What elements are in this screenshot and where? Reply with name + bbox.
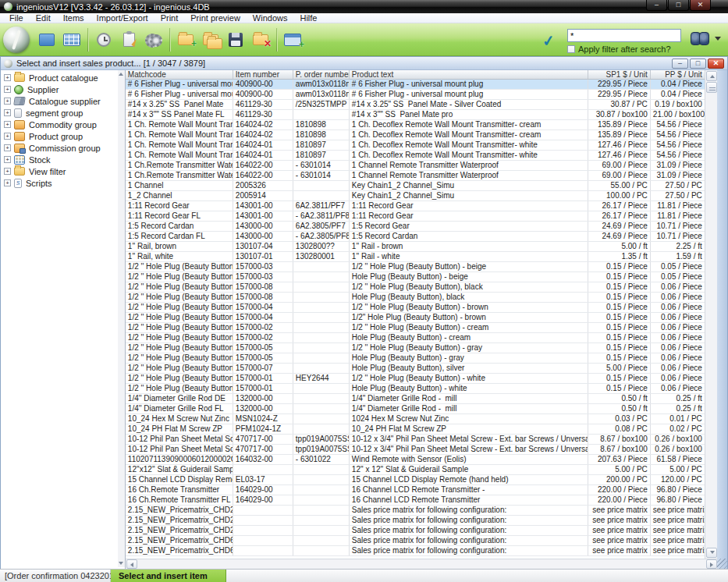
- sidebar-item-product-catalogue[interactable]: +Product catalogue: [1, 72, 125, 83]
- column-header-p-order-number[interactable]: P. order number: [293, 70, 350, 79]
- new-window-button[interactable]: +: [282, 28, 304, 51]
- table-row[interactable]: 15 Channel LCD Display RemoteEL03-1715 C…: [126, 475, 727, 485]
- menu-import-export[interactable]: Import/Export: [91, 13, 154, 23]
- menu-print-preview[interactable]: Print preview: [184, 13, 247, 23]
- table-row[interactable]: 1 Ch. Remote Wall Mount Transmitte164024…: [126, 130, 727, 140]
- history-button[interactable]: [93, 28, 115, 51]
- confirm-check-icon[interactable]: ✓: [542, 31, 556, 51]
- minimize-button[interactable]: –: [646, 0, 667, 11]
- expand-icon[interactable]: +: [4, 156, 11, 163]
- menu-items[interactable]: Items: [57, 13, 91, 23]
- table-row[interactable]: 1/2 '' Hole Plug (Beauty Button), crea15…: [126, 333, 727, 343]
- scroll-left-button[interactable]: [126, 559, 137, 569]
- table-row[interactable]: 1/4'' Diameter Grille Rod DE132000-001/4…: [126, 394, 727, 404]
- apply-filter-checkbox[interactable]: [567, 45, 575, 53]
- column-header-sp1-unit[interactable]: SP1 $ / Unit: [588, 70, 651, 79]
- table-row[interactable]: 1/2 '' Hole Plug (Beauty Button), whit15…: [126, 384, 727, 394]
- table-row[interactable]: 1/2 '' Hole Plug (Beauty Button), blacl1…: [126, 293, 727, 303]
- expand-icon[interactable]: +: [4, 133, 11, 140]
- save-button[interactable]: [225, 28, 247, 51]
- table-row[interactable]: 10-12 Phil Pan Sheet Metal Screw FL47071…: [126, 445, 727, 455]
- menu-hilfe[interactable]: Hilfe: [293, 13, 323, 23]
- child-restore-button[interactable]: □: [690, 59, 706, 69]
- table-row[interactable]: 1/2 '' Hole Plug (Beauty Button), brov15…: [126, 313, 727, 323]
- table-row[interactable]: 1 Channel2005326Key Chain1_2 Channel_Sim…: [126, 181, 727, 191]
- menu-windows[interactable]: Windows: [247, 13, 294, 23]
- table-row[interactable]: 1 Ch. Remote Wall Mount Transmitte164024…: [126, 120, 727, 130]
- expand-icon[interactable]: +: [4, 98, 11, 105]
- search-dropdown-arrow[interactable]: [715, 37, 721, 41]
- column-header-item-number[interactable]: Item number: [233, 70, 293, 79]
- table-row[interactable]: 1_2 Channel2005914Key Chain1_2 Channel_S…: [126, 191, 727, 201]
- table-row[interactable]: 10_24 PH Flat M Screw ZPPFM1024-1Z10_24 …: [126, 424, 727, 435]
- expand-icon[interactable]: +: [4, 168, 11, 175]
- table-row[interactable]: 2.15_NEW_Pricematrix_CHD6_1/2 GricSales …: [126, 546, 727, 556]
- close-button[interactable]: ✕: [690, 0, 711, 11]
- table-row[interactable]: 16 Ch.Remote Transmitter164029-0016 Chan…: [126, 485, 727, 495]
- table-row[interactable]: 1 Ch.Remote Transmitter Waterproof164022…: [126, 161, 727, 171]
- table-row[interactable]: 1:11 Record Gear FL143001-00- 6A2.3811/P…: [126, 211, 727, 222]
- table-row[interactable]: 1:11 Record Gear143001-006A2.3811/PF71:1…: [126, 201, 727, 211]
- scroll-up-icon[interactable]: [119, 73, 123, 76]
- table-row[interactable]: 1 Ch.Remote Transmitter Waterproof164022…: [126, 171, 727, 181]
- table-row[interactable]: 1/2 '' Hole Plug (Beauty Button), silve1…: [126, 364, 727, 374]
- child-minimize-button[interactable]: –: [672, 59, 688, 69]
- table-row[interactable]: 1/2 '' Hole Plug (Beauty Button), crea15…: [126, 323, 727, 333]
- table-row[interactable]: 16 Ch.Remote Transmitter FL164029-0016 C…: [126, 495, 727, 506]
- scroll-up-button[interactable]: [706, 71, 717, 81]
- sidebar-item-commodity-group[interactable]: +Commodity group: [1, 119, 125, 130]
- vertical-scrollbar[interactable]: [705, 70, 717, 559]
- delete-record-button[interactable]: ✕: [250, 28, 272, 51]
- table-row[interactable]: 1/2 '' Hole Plug (Beauty Button), beig15…: [126, 262, 727, 272]
- expand-icon[interactable]: +: [4, 144, 11, 151]
- column-header-matchcode[interactable]: Matchcode: [126, 70, 233, 79]
- table-row[interactable]: 1'' Rail, white130107-011302800011'' Rai…: [126, 252, 727, 262]
- expand-icon[interactable]: +: [4, 121, 11, 128]
- child-close-button[interactable]: ✕: [708, 59, 724, 69]
- table-row[interactable]: 1 Ch. Remote Wall Mount Transmitte164024…: [126, 151, 727, 161]
- new-record-button[interactable]: +: [175, 28, 197, 51]
- blue-panel-button[interactable]: [36, 28, 58, 51]
- sidebar-item-stock[interactable]: +Stock: [1, 154, 125, 165]
- table-row[interactable]: 1/2 '' Hole Plug (Beauty Button), gray15…: [126, 343, 727, 353]
- table-row[interactable]: 1/2 '' Hole Plug (Beauty Button), beig15…: [126, 272, 727, 282]
- table-row[interactable]: 1:5 Record Cardan FL143000-00- 6A2.3805/…: [126, 232, 727, 242]
- table-row[interactable]: 1/4'' Diameter Grille Rod FL132000-001/4…: [126, 404, 727, 414]
- table-row[interactable]: 1:5 Record Cardan143000-006A2.3805/PF71:…: [126, 222, 727, 232]
- sidebar-item-segment-group[interactable]: +segment group: [1, 107, 125, 119]
- sidebar-scrollbar[interactable]: [118, 70, 125, 567]
- sidebar-item-product-group[interactable]: +Product group: [1, 130, 125, 142]
- horizontal-scrollbar[interactable]: [126, 559, 718, 569]
- table-row[interactable]: 1/2 '' Hole Plug (Beauty Button), whit15…: [126, 374, 727, 384]
- duplicate-record-button[interactable]: [200, 28, 222, 51]
- vertical-scroll-thumb[interactable]: [706, 82, 717, 93]
- table-row[interactable]: 2.15_NEW_Pricematrix_CHD6_1/2 GricSales …: [126, 536, 727, 546]
- scroll-down-icon[interactable]: [119, 562, 123, 565]
- expand-icon[interactable]: +: [4, 74, 11, 81]
- column-header-product-text[interactable]: Product text: [350, 70, 588, 79]
- menu-print[interactable]: Print: [154, 13, 185, 23]
- menu-file[interactable]: File: [3, 13, 30, 23]
- sidebar-item-view-filter[interactable]: +View filter: [1, 165, 125, 177]
- sidebar-item-catalogue-supplier[interactable]: +Catalogue supplier: [1, 95, 125, 107]
- scroll-down-button[interactable]: [706, 548, 717, 558]
- expand-icon[interactable]: +: [4, 179, 11, 186]
- scroll-right-button[interactable]: [706, 559, 717, 569]
- settings-button[interactable]: [143, 28, 165, 51]
- column-header-pp-unit[interactable]: PP $ / Unit: [651, 70, 705, 79]
- table-row[interactable]: 10_24 Hex M Screw Nut ZincMSN1024-Z1024 …: [126, 414, 727, 424]
- table-row[interactable]: 1 Ch. Remote Wall Mount Transmitte164024…: [126, 140, 727, 151]
- resize-grip[interactable]: [717, 559, 727, 569]
- expand-icon[interactable]: +: [4, 109, 11, 116]
- table-row[interactable]: #14 x 3"" SS Panel Mate FL461129-30#14 x…: [126, 110, 727, 120]
- search-input[interactable]: [567, 29, 681, 42]
- search-binoculars-button[interactable]: [691, 32, 709, 44]
- table-view-button[interactable]: [61, 28, 83, 51]
- table-row[interactable]: 110207113909000601200002Q164032-00- 6301…: [126, 455, 727, 465]
- table-row[interactable]: #14 x 3.25" SS Panel Mate461129-30/25N32…: [126, 100, 727, 110]
- table-row[interactable]: 2.15_NEW_Pricematrix_CHD2_BattSales pric…: [126, 506, 727, 516]
- table-row[interactable]: # 6 Fisher Plug - universal mount plu400…: [126, 90, 727, 100]
- table-row[interactable]: 1'' Rail, brown130107-041302800??1'' Rai…: [126, 242, 727, 252]
- table-row[interactable]: 10-12 Phil Pan Sheet Metal Screw470717-0…: [126, 435, 727, 445]
- table-row[interactable]: 2.15_NEW_Pricematrix_CHD2_StrapSales pri…: [126, 516, 727, 526]
